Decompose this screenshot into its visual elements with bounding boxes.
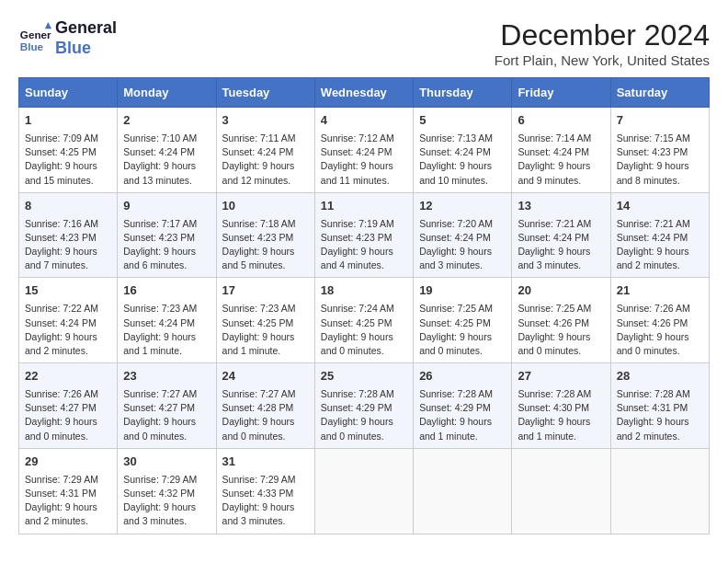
title-block: December 2024 Fort Plain, New York, Unit… xyxy=(495,18,710,68)
calendar-cell: 31Sunrise: 7:29 AMSunset: 4:33 PMDayligh… xyxy=(216,448,314,534)
day-info: Sunrise: 7:19 AMSunset: 4:23 PMDaylight:… xyxy=(321,217,407,273)
day-info: Sunrise: 7:20 AMSunset: 4:24 PMDaylight:… xyxy=(419,217,506,273)
day-info: Sunrise: 7:28 AMSunset: 4:29 PMDaylight:… xyxy=(419,387,506,443)
day-number: 27 xyxy=(518,368,604,385)
calendar-cell: 28Sunrise: 7:28 AMSunset: 4:31 PMDayligh… xyxy=(610,363,709,449)
logo-icon: General Blue xyxy=(18,22,51,55)
day-number: 30 xyxy=(123,454,210,471)
calendar-cell: 11Sunrise: 7:19 AMSunset: 4:23 PMDayligh… xyxy=(314,192,413,278)
location: Fort Plain, New York, United States xyxy=(495,52,710,68)
day-info: Sunrise: 7:17 AMSunset: 4:23 PMDaylight:… xyxy=(123,217,210,273)
day-info: Sunrise: 7:21 AMSunset: 4:24 PMDaylight:… xyxy=(617,217,703,273)
day-info: Sunrise: 7:24 AMSunset: 4:25 PMDaylight:… xyxy=(321,302,407,358)
day-number: 23 xyxy=(123,368,210,385)
calendar-cell: 25Sunrise: 7:28 AMSunset: 4:29 PMDayligh… xyxy=(314,363,413,449)
svg-marker-2 xyxy=(45,22,51,29)
calendar-cell: 4Sunrise: 7:12 AMSunset: 4:24 PMDaylight… xyxy=(314,108,413,193)
day-number: 4 xyxy=(321,112,407,130)
weekday-header-friday: Friday xyxy=(512,78,610,108)
week-row-1: 1Sunrise: 7:09 AMSunset: 4:25 PMDaylight… xyxy=(19,108,710,193)
day-info: Sunrise: 7:09 AMSunset: 4:25 PMDaylight:… xyxy=(25,132,111,188)
calendar-cell: 7Sunrise: 7:15 AMSunset: 4:23 PMDaylight… xyxy=(610,108,709,193)
calendar-cell xyxy=(512,448,610,534)
week-row-2: 8Sunrise: 7:16 AMSunset: 4:23 PMDaylight… xyxy=(19,192,710,278)
day-info: Sunrise: 7:27 AMSunset: 4:28 PMDaylight:… xyxy=(222,387,309,443)
calendar-cell: 16Sunrise: 7:23 AMSunset: 4:24 PMDayligh… xyxy=(118,278,216,363)
day-info: Sunrise: 7:27 AMSunset: 4:27 PMDaylight:… xyxy=(123,387,210,443)
day-number: 19 xyxy=(419,282,506,300)
weekday-header-thursday: Thursday xyxy=(414,78,512,108)
week-row-3: 15Sunrise: 7:22 AMSunset: 4:24 PMDayligh… xyxy=(19,278,710,363)
calendar-cell: 21Sunrise: 7:26 AMSunset: 4:26 PMDayligh… xyxy=(610,278,709,363)
day-number: 12 xyxy=(419,198,506,215)
month-title: December 2024 xyxy=(495,18,710,52)
calendar-cell xyxy=(610,448,709,534)
day-info: Sunrise: 7:25 AMSunset: 4:26 PMDaylight:… xyxy=(518,302,604,358)
logo: General Blue General Blue xyxy=(18,18,117,58)
day-number: 1 xyxy=(25,112,111,130)
calendar-cell: 8Sunrise: 7:16 AMSunset: 4:23 PMDaylight… xyxy=(19,192,118,278)
day-number: 2 xyxy=(123,112,210,130)
calendar-body: 1Sunrise: 7:09 AMSunset: 4:25 PMDaylight… xyxy=(19,108,710,534)
calendar-cell: 26Sunrise: 7:28 AMSunset: 4:29 PMDayligh… xyxy=(414,363,512,449)
weekday-header-tuesday: Tuesday xyxy=(216,78,314,108)
day-number: 22 xyxy=(25,368,111,385)
day-number: 29 xyxy=(25,454,111,471)
day-info: Sunrise: 7:18 AMSunset: 4:23 PMDaylight:… xyxy=(222,217,309,273)
day-number: 3 xyxy=(222,112,309,130)
day-info: Sunrise: 7:16 AMSunset: 4:23 PMDaylight:… xyxy=(25,217,111,273)
calendar-cell: 10Sunrise: 7:18 AMSunset: 4:23 PMDayligh… xyxy=(216,192,314,278)
weekday-header-sunday: Sunday xyxy=(19,78,118,108)
calendar-cell: 13Sunrise: 7:21 AMSunset: 4:24 PMDayligh… xyxy=(512,192,610,278)
calendar-cell: 5Sunrise: 7:13 AMSunset: 4:24 PMDaylight… xyxy=(414,108,512,193)
weekday-header-wednesday: Wednesday xyxy=(314,78,413,108)
weekday-header-saturday: Saturday xyxy=(610,78,709,108)
day-info: Sunrise: 7:11 AMSunset: 4:24 PMDaylight:… xyxy=(222,132,309,188)
calendar-table: SundayMondayTuesdayWednesdayThursdayFrid… xyxy=(18,77,710,534)
day-info: Sunrise: 7:26 AMSunset: 4:27 PMDaylight:… xyxy=(25,387,111,443)
calendar-cell: 1Sunrise: 7:09 AMSunset: 4:25 PMDaylight… xyxy=(19,108,118,193)
weekday-header-monday: Monday xyxy=(118,78,216,108)
day-info: Sunrise: 7:12 AMSunset: 4:24 PMDaylight:… xyxy=(321,132,407,188)
calendar-cell: 12Sunrise: 7:20 AMSunset: 4:24 PMDayligh… xyxy=(414,192,512,278)
calendar-cell: 17Sunrise: 7:23 AMSunset: 4:25 PMDayligh… xyxy=(216,278,314,363)
day-number: 17 xyxy=(222,282,309,300)
day-number: 24 xyxy=(222,368,309,385)
calendar-cell xyxy=(414,448,512,534)
week-row-4: 22Sunrise: 7:26 AMSunset: 4:27 PMDayligh… xyxy=(19,363,710,449)
calendar-cell: 19Sunrise: 7:25 AMSunset: 4:25 PMDayligh… xyxy=(414,278,512,363)
calendar-cell: 20Sunrise: 7:25 AMSunset: 4:26 PMDayligh… xyxy=(512,278,610,363)
calendar-cell: 30Sunrise: 7:29 AMSunset: 4:32 PMDayligh… xyxy=(118,448,216,534)
day-info: Sunrise: 7:13 AMSunset: 4:24 PMDaylight:… xyxy=(419,132,506,188)
day-info: Sunrise: 7:29 AMSunset: 4:31 PMDaylight:… xyxy=(25,473,111,529)
calendar-cell: 15Sunrise: 7:22 AMSunset: 4:24 PMDayligh… xyxy=(19,278,118,363)
day-number: 14 xyxy=(617,198,703,215)
calendar-cell: 14Sunrise: 7:21 AMSunset: 4:24 PMDayligh… xyxy=(610,192,709,278)
calendar-cell: 18Sunrise: 7:24 AMSunset: 4:25 PMDayligh… xyxy=(314,278,413,363)
logo-text: General Blue xyxy=(55,18,117,58)
day-number: 6 xyxy=(518,112,604,130)
day-info: Sunrise: 7:25 AMSunset: 4:25 PMDaylight:… xyxy=(419,302,506,358)
calendar-cell: 22Sunrise: 7:26 AMSunset: 4:27 PMDayligh… xyxy=(19,363,118,449)
day-number: 9 xyxy=(123,198,210,215)
calendar-cell: 2Sunrise: 7:10 AMSunset: 4:24 PMDaylight… xyxy=(118,108,216,193)
day-info: Sunrise: 7:15 AMSunset: 4:23 PMDaylight:… xyxy=(617,132,703,188)
day-info: Sunrise: 7:28 AMSunset: 4:31 PMDaylight:… xyxy=(617,387,703,443)
svg-text:Blue: Blue xyxy=(20,40,44,52)
day-info: Sunrise: 7:26 AMSunset: 4:26 PMDaylight:… xyxy=(617,302,703,358)
day-info: Sunrise: 7:28 AMSunset: 4:29 PMDaylight:… xyxy=(321,387,407,443)
day-number: 13 xyxy=(518,198,604,215)
day-number: 15 xyxy=(25,282,111,300)
day-number: 7 xyxy=(617,112,703,130)
svg-text:General: General xyxy=(20,29,51,40)
calendar-cell: 29Sunrise: 7:29 AMSunset: 4:31 PMDayligh… xyxy=(19,448,118,534)
day-info: Sunrise: 7:23 AMSunset: 4:24 PMDaylight:… xyxy=(123,302,210,358)
day-number: 25 xyxy=(321,368,407,385)
week-row-5: 29Sunrise: 7:29 AMSunset: 4:31 PMDayligh… xyxy=(19,448,710,534)
day-info: Sunrise: 7:23 AMSunset: 4:25 PMDaylight:… xyxy=(222,302,309,358)
day-number: 28 xyxy=(617,368,703,385)
weekday-header-row: SundayMondayTuesdayWednesdayThursdayFrid… xyxy=(19,78,710,108)
day-number: 5 xyxy=(419,112,506,130)
day-info: Sunrise: 7:29 AMSunset: 4:32 PMDaylight:… xyxy=(123,473,210,529)
calendar-cell: 9Sunrise: 7:17 AMSunset: 4:23 PMDaylight… xyxy=(118,192,216,278)
